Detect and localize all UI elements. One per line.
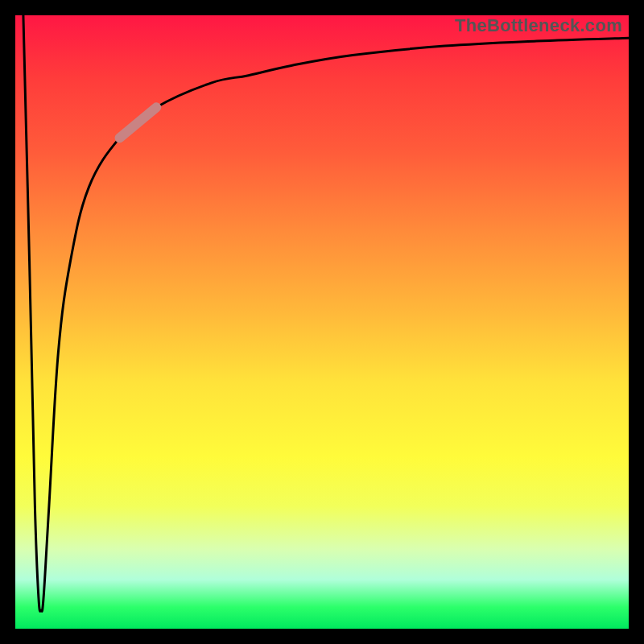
bottleneck-curve-path bbox=[23, 15, 629, 611]
gradient-plot-area: TheBottleneck.com bbox=[15, 15, 629, 629]
curve-layer bbox=[15, 15, 629, 629]
highlighted-segment-path bbox=[120, 107, 157, 138]
chart-container: TheBottleneck.com bbox=[0, 0, 644, 644]
